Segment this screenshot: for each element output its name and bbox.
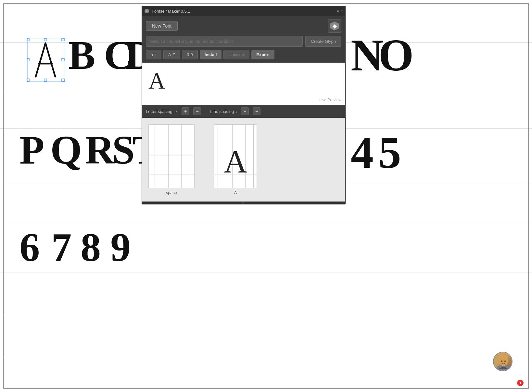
glyph-label-space: space <box>166 190 177 195</box>
spacing-controls-row: Letter spacing ↔ + − Line spacing ↕ + − <box>142 105 345 118</box>
line-spacing-label: Line spacing ↕ <box>210 109 237 114</box>
plugin-panel: × Fontself Maker 0.5.1 » ≡ New Font ◆ Cr… <box>142 6 346 204</box>
glyph-label-A: A <box>234 190 237 195</box>
svg-rect-8 <box>62 79 64 81</box>
avatar-svg <box>494 352 513 371</box>
svg-rect-2 <box>44 38 47 41</box>
svg-rect-3 <box>62 38 64 41</box>
canvas-char-P: P <box>19 130 44 170</box>
glyph-box-inner-space <box>149 125 194 188</box>
toolbar-row: New Font ◆ <box>142 16 345 36</box>
canvas-char-5: 5 <box>378 130 401 175</box>
svg-rect-4 <box>27 58 29 61</box>
svg-point-16 <box>504 361 506 362</box>
filter-buttons-row: a-z A-Z 0-9 Install Uninstall Export <box>142 50 345 63</box>
canvas-char-S: S <box>112 130 135 170</box>
logo-icon: ◆ <box>329 21 340 31</box>
canvas-char-6: 6 <box>19 227 40 268</box>
title-bar-left: × Fontself Maker 0.5.1 <box>145 9 190 14</box>
svg-rect-7 <box>44 79 47 81</box>
vert-line <box>155 125 155 188</box>
glyph-cell-space[interactable]: space <box>148 124 195 195</box>
create-glyph-button[interactable]: Create Glyph <box>305 36 341 47</box>
canvas-char-O: O <box>378 32 414 78</box>
filter-az-button[interactable]: a-z <box>146 50 161 59</box>
new-font-button[interactable]: New Font <box>146 21 178 31</box>
line-spacing-plus-button[interactable]: + <box>241 107 249 115</box>
notification-badge: 1 <box>517 380 524 386</box>
drag-dots: ⠿ <box>242 202 245 204</box>
vert-line <box>181 125 182 188</box>
svg-rect-6 <box>27 79 29 81</box>
canvas-char-4: 4 <box>351 130 374 175</box>
letter-spacing-minus-button[interactable]: − <box>193 107 201 115</box>
input-row: Create Glyph <box>142 36 345 50</box>
glyph-grid-area: space A A <box>142 118 345 202</box>
glyph-box-A: A <box>214 124 257 188</box>
line-spacing-minus-button[interactable]: − <box>253 107 260 115</box>
letter-spacing-plus-button[interactable]: + <box>182 107 189 115</box>
glyph-cell-A[interactable]: A A <box>214 124 257 195</box>
menu-button[interactable]: ≡ <box>340 9 343 13</box>
canvas-char-B: B <box>68 35 95 76</box>
collapse-button[interactable]: » <box>337 9 339 13</box>
x-height-line <box>149 155 194 155</box>
svg-rect-1 <box>27 38 29 41</box>
baseline <box>149 175 194 175</box>
canvas-char-R: R <box>85 130 114 170</box>
canvas-char-8: 8 <box>81 227 101 268</box>
glyph-character-input[interactable] <box>146 36 303 47</box>
glyph-box-space <box>148 124 195 188</box>
svg-rect-5 <box>62 58 64 61</box>
export-button[interactable]: Export <box>251 50 274 59</box>
filter-09-button[interactable]: 0-9 <box>182 50 198 59</box>
filter-AZ-button[interactable]: A-Z <box>163 50 180 59</box>
canvas-char-9: 9 <box>110 227 131 268</box>
vert-line <box>253 125 254 188</box>
vert-line <box>191 125 191 188</box>
vert-line <box>168 125 169 188</box>
live-preview-label: Live Preview <box>319 98 341 102</box>
letter-spacing-label: Letter spacing ↔ <box>146 109 178 114</box>
vert-line <box>218 125 218 188</box>
fontself-logo[interactable]: ◆ <box>328 19 341 33</box>
preview-area: A Live Preview <box>142 63 345 105</box>
panel-title: Fontself Maker 0.5.1 <box>152 9 190 14</box>
preview-character: A <box>148 68 165 94</box>
canvas-char-Q: Q <box>50 130 82 170</box>
title-bar: × Fontself Maker 0.5.1 » ≡ <box>142 6 345 16</box>
title-bar-right: » ≡ <box>337 9 343 13</box>
close-button[interactable]: × <box>145 9 149 13</box>
canvas-char-7: 7 <box>51 227 72 268</box>
install-button[interactable]: Install <box>200 50 222 59</box>
avatar-image <box>494 352 512 371</box>
selected-glyph-A <box>27 38 66 84</box>
svg-point-15 <box>501 361 502 362</box>
user-avatar[interactable] <box>493 352 513 371</box>
svg-text:◆: ◆ <box>332 23 337 29</box>
svg-rect-14 <box>499 356 508 358</box>
glyph-box-inner-A: A <box>214 125 257 188</box>
bottom-drag-handle[interactable]: ⠿ <box>142 202 345 204</box>
glyph-char-A: A <box>224 146 247 178</box>
uninstall-button: Uninstall <box>223 50 249 59</box>
